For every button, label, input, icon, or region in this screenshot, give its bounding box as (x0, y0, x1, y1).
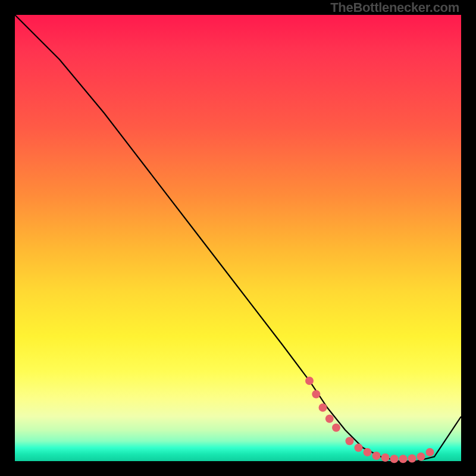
gradient-plot-area (15, 15, 461, 461)
data-point-marker (355, 444, 363, 452)
data-point-marker (319, 403, 327, 412)
data-point-marker (390, 455, 399, 463)
watermark-text: TheBottlenecker.com (330, 0, 459, 15)
chart-frame: TheBottlenecker.com (0, 0, 476, 476)
data-point-marker (417, 453, 425, 461)
data-point-marker (408, 455, 416, 463)
data-point-marker (312, 390, 320, 399)
data-point-marker (399, 455, 408, 463)
curve-layer (15, 15, 461, 461)
data-point-marker (346, 437, 354, 445)
data-point-marker (364, 448, 372, 456)
data-point-marker (381, 453, 390, 462)
data-point-marker (332, 424, 340, 432)
curve-markers (305, 377, 434, 463)
data-point-marker (305, 377, 314, 385)
data-point-marker (426, 448, 434, 456)
data-point-marker (325, 415, 334, 423)
data-point-marker (372, 452, 381, 460)
bottleneck-curve (15, 15, 461, 461)
